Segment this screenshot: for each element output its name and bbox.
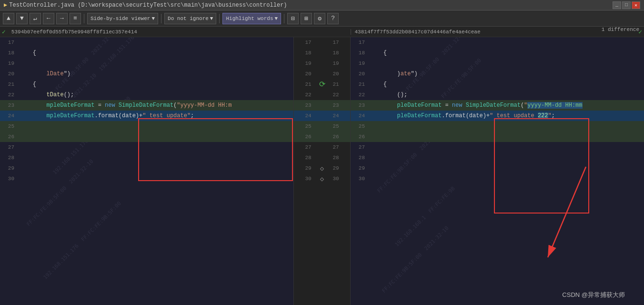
left-linenum-30: 30 — [0, 176, 17, 182]
left-line-17: 17 — [0, 37, 293, 48]
left-linenum-19: 19 — [0, 61, 17, 66]
separator-3 — [219, 14, 220, 23]
left-linenum-21: 21 — [0, 81, 17, 87]
java-file-icon: ▶ — [4, 1, 7, 9]
left-linenum-27: 27 — [0, 144, 17, 150]
ignore-dropdown[interactable]: Do not ignore ▼ — [164, 13, 216, 24]
left-code-24: mpleDateFormat.format(date)+" test updat… — [17, 112, 293, 119]
left-line-30: 30 — [0, 173, 293, 184]
info-bar: ✓ 5394b07eef0f0d55fb75e9948ff8f11ec357e4… — [0, 27, 644, 37]
right-linenum-21: 21 — [351, 81, 368, 87]
right-line-22: 22 (); — [351, 90, 644, 100]
left-panel[interactable]: FF:FC:FE:9B:5F:00 2021-32-10 192.168.151… — [0, 37, 293, 305]
columns-icon-button[interactable]: ⊞ — [301, 13, 312, 24]
close-button[interactable]: ✕ — [632, 1, 640, 9]
right-linenum-18: 18 — [351, 50, 368, 56]
watermark-r5: FF:FC:FE:9B:5F:00 2021-32-10 — [381, 225, 450, 294]
right-linenum-28: 28 — [351, 155, 368, 161]
right-line-30: 30 — [351, 173, 644, 184]
ignore-label: Do not ignore — [168, 16, 209, 21]
separator-1 — [84, 14, 84, 23]
toolbar: ▲ ▼ ↵ ← → ≡ Side-by-side viewer ▼ Do not… — [0, 10, 644, 27]
right-code-22: (); — [368, 92, 644, 98]
left-linenum-23: 23 — [0, 102, 17, 108]
right-linenum-22: 22 — [351, 92, 368, 98]
left-linenum-22: 22 — [0, 92, 17, 98]
right-line-26: 26 — [351, 132, 644, 142]
right-linenum-27: 27 — [351, 144, 368, 150]
gutter-19: 19 19 — [294, 58, 350, 69]
left-linenum-17: 17 — [0, 40, 17, 45]
right-linenum-17: 17 — [351, 40, 368, 45]
left-code-20: lDate") — [17, 71, 293, 77]
right-panel[interactable]: FF:FC:FE:9B:5F:00 2021-32-10 192.168.151… — [351, 37, 644, 305]
right-line-29: 29 — [351, 163, 644, 173]
left-linenum-18: 18 — [0, 50, 17, 56]
left-line-22: 22 tDate(); — [0, 90, 293, 100]
left-line-23: 23 mpleDateFormat = new SimpleDateFormat… — [0, 100, 293, 111]
right-linenum-26: 26 — [351, 134, 368, 140]
gutter-26: 26 26 — [294, 132, 350, 142]
nav-back-button[interactable]: ← — [43, 13, 54, 24]
right-linenum-30: 30 — [351, 176, 368, 182]
gutter-20: 20 20 — [294, 69, 350, 79]
separator-4 — [284, 14, 284, 23]
left-line-28: 28 — [0, 152, 293, 163]
gutter-29: 29 ◇ 29 — [294, 163, 350, 173]
window-title: TestController.java (D:\workspace\securi… — [9, 2, 287, 9]
right-linenum-23: 23 — [351, 102, 368, 108]
gutter-28: 28 28 — [294, 152, 350, 163]
diff-main: FF:FC:FE:9B:5F:00 2021-32-10 192.168.151… — [0, 37, 644, 305]
right-line-24: 24 pleDateFormat.format(date)+" test upd… — [351, 111, 644, 121]
gutter-17: 17 17 — [294, 37, 350, 48]
gutter: 17 17 18 18 19 19 20 20 21 ⟳ 21 22 22 — [293, 37, 351, 305]
right-code-23: pleDateFormat = new SimpleDateFormat("yy… — [368, 102, 644, 109]
right-linenum-25: 25 — [351, 123, 368, 129]
right-linenum-19: 19 — [351, 61, 368, 66]
nav-up-button[interactable]: ▲ — [3, 13, 14, 24]
left-line-27: 27 — [0, 142, 293, 152]
viewer-label: Side-by-side viewer — [91, 16, 150, 21]
diff-count: 1 difference — [602, 27, 639, 32]
right-line-17: 17 — [351, 37, 644, 48]
minimize-button[interactable]: _ — [613, 1, 621, 9]
help-button[interactable]: ? — [327, 13, 339, 24]
right-linenum-29: 29 — [351, 165, 368, 171]
left-linenum-28: 28 — [0, 155, 17, 161]
gutter-right-17: 17 — [327, 40, 344, 45]
highlight-dropdown[interactable]: Highlight words ▼ — [222, 13, 281, 24]
highlight-label: Highlight words — [226, 16, 273, 21]
viewer-dropdown[interactable]: Side-by-side viewer ▼ — [87, 13, 158, 24]
left-linenum-29: 29 — [0, 165, 17, 171]
title-bar: ▶ TestController.java (D:\workspace\secu… — [0, 0, 644, 10]
restore-button[interactable]: □ — [622, 1, 631, 9]
right-code-21: { — [368, 81, 644, 88]
left-line-19: 19 — [0, 58, 293, 69]
left-line-18: 18 { — [0, 48, 293, 58]
menu-button[interactable]: ≡ — [70, 13, 81, 24]
right-line-25: 25 — [351, 121, 644, 132]
left-code-21: { — [17, 81, 293, 88]
settings-button[interactable]: ⚙ — [314, 13, 325, 24]
left-code-18: { — [17, 50, 293, 56]
nav-forward-button[interactable]: → — [56, 13, 68, 24]
right-code-18: { — [368, 50, 644, 56]
left-code-23: mpleDateFormat = new SimpleDateFormat("y… — [17, 102, 293, 109]
watermark-r4: 192.168.168.1 FF:FC:FE:9B — [394, 185, 456, 248]
left-line-21: 21 { — [0, 79, 293, 90]
split-icon-button[interactable]: ⊟ — [287, 13, 299, 24]
nav-linebreak-button[interactable]: ↵ — [30, 13, 41, 24]
watermark-5: 192.168.151.176 FF:FC:FE:9B:5F:00 — [42, 200, 122, 280]
right-line-21: 21 { — [351, 79, 644, 90]
right-linenum-24: 24 — [351, 113, 368, 119]
right-commit-hash: 43814f7f7f53dd2b08417c07d4446afe4ae4ceae — [351, 29, 637, 35]
right-line-19: 19 — [351, 58, 644, 69]
left-code-22: tDate(); — [17, 92, 293, 98]
left-line-24: 24 mpleDateFormat.format(date)+" test up… — [0, 111, 293, 121]
gutter-30: 30 ◇ 30 — [294, 173, 350, 184]
left-commit-hash: 5394b07eef0f0d55fb75e9948ff8f11ec357e414 — [8, 29, 293, 35]
right-code-24: pleDateFormat.format(date)+" test update… — [368, 112, 644, 119]
highlight-chevron-icon: ▼ — [275, 16, 278, 21]
right-line-23: 23 pleDateFormat = new SimpleDateFormat(… — [351, 100, 644, 111]
nav-down-button[interactable]: ▼ — [16, 13, 28, 24]
